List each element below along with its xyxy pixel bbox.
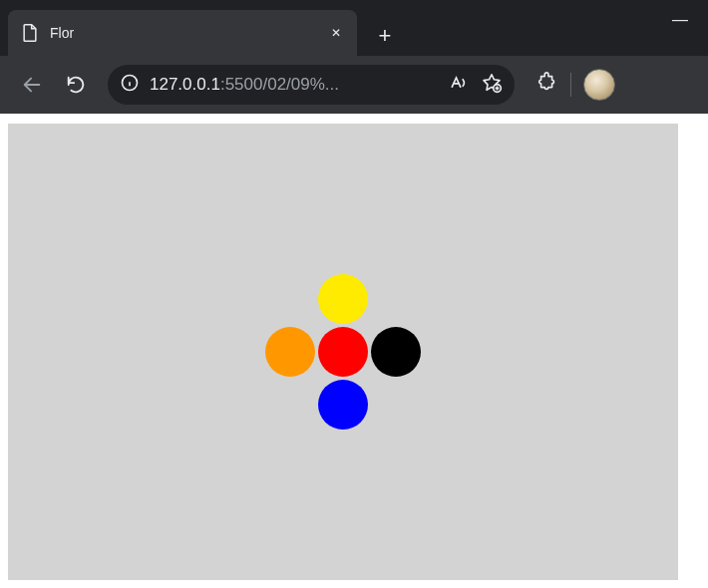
read-aloud-icon[interactable] [449, 73, 469, 97]
close-tab-button[interactable]: ✕ [327, 24, 345, 42]
flower-canvas [8, 124, 678, 580]
toolbar: 127.0.0.1:5500/02/09%... [0, 56, 708, 114]
url-text: 127.0.0.1:5500/02/09%... [150, 75, 439, 95]
file-icon [20, 23, 40, 43]
plus-icon: + [379, 23, 392, 49]
tab-strip: Flor ✕ + — [0, 0, 708, 56]
refresh-icon [65, 74, 87, 96]
petal-left [265, 327, 315, 377]
petal-center [318, 327, 368, 377]
minimize-button[interactable]: — [672, 11, 688, 29]
refresh-button[interactable] [58, 67, 94, 103]
site-info-icon[interactable] [120, 73, 140, 97]
petal-top [318, 274, 368, 324]
address-bar[interactable]: 127.0.0.1:5500/02/09%... [108, 65, 515, 105]
petal-bottom [318, 380, 368, 430]
toolbar-divider [570, 73, 571, 97]
toolbar-extras [536, 69, 615, 101]
back-button[interactable] [14, 67, 50, 103]
window-controls: — [672, 0, 708, 40]
url-host: 127.0.0.1 [150, 75, 220, 94]
new-tab-button[interactable]: + [365, 16, 405, 56]
profile-avatar[interactable] [583, 69, 615, 101]
tab-active[interactable]: Flor ✕ [8, 10, 357, 56]
tab-title: Flor [50, 25, 317, 41]
address-bar-actions [449, 72, 503, 98]
page-content [0, 114, 708, 588]
browser-chrome: Flor ✕ + — [0, 0, 708, 114]
extensions-icon[interactable] [536, 72, 558, 98]
petal-right [371, 327, 421, 377]
url-path: :5500/02/09%... [220, 75, 339, 94]
minimize-icon: — [672, 11, 688, 28]
close-icon: ✕ [331, 26, 341, 40]
favorite-icon[interactable] [481, 72, 503, 98]
arrow-left-icon [21, 74, 43, 96]
